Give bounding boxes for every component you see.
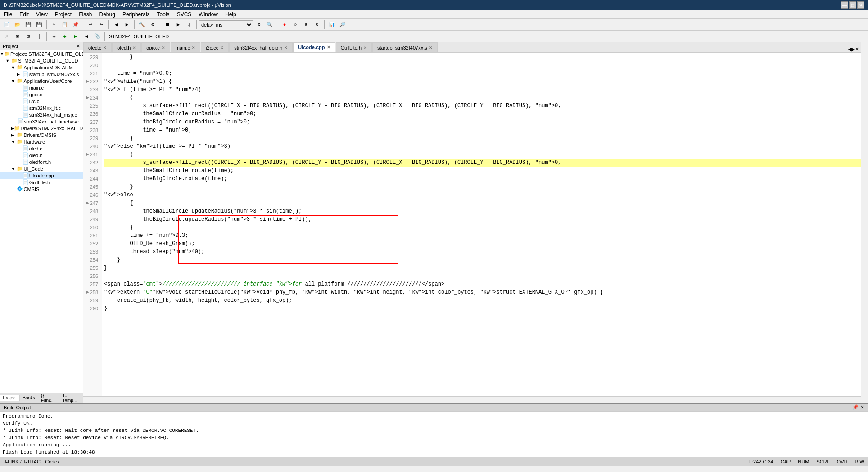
save-all-btn[interactable]: 💾	[34, 20, 44, 30]
back-btn[interactable]: ◀	[111, 20, 121, 30]
target-settings-btn[interactable]: ⚙	[254, 20, 264, 30]
tree-item-6[interactable]: 📄gpio.c	[0, 91, 83, 98]
project-header-close[interactable]: ✕	[76, 43, 80, 49]
open-btn[interactable]: 📂	[13, 20, 23, 30]
t2-btn2[interactable]: ▣	[13, 32, 23, 41]
tree-item-3[interactable]: ▶📄startup_stm32f407xx.s	[0, 71, 83, 77]
tab-close-gpio-c[interactable]: ✕	[162, 45, 165, 50]
code-line-246[interactable]: "kw">else	[104, 191, 861, 199]
tree-item-13[interactable]: ▼📁Hardware	[0, 138, 83, 145]
target-select[interactable]: delay_ms	[199, 20, 253, 29]
code-line-253[interactable]: thread_sleep("num">40);	[104, 248, 861, 256]
tree-item-9[interactable]: 📄stm32f4xx_hal_msp.c	[0, 111, 83, 118]
monitor-btn[interactable]: 📊	[327, 20, 337, 30]
t2-btn3[interactable]: ⊞	[23, 32, 33, 41]
t2-btn4[interactable]: |	[34, 32, 44, 41]
code-line-239[interactable]: }	[104, 134, 861, 142]
tree-item-4[interactable]: ▼📁Application/User/Core	[0, 77, 83, 84]
code-line-251[interactable]: time += "num">0.3;	[104, 231, 861, 240]
tree-item-8[interactable]: 📄stm32f4xx_it.c	[0, 104, 83, 111]
debug-start-btn[interactable]: ●	[280, 20, 289, 30]
func-tab[interactable]: {} Func...	[38, 392, 59, 403]
code-line-241[interactable]: {	[104, 150, 861, 159]
code-line-254[interactable]: }	[104, 256, 861, 264]
cut-btn[interactable]: ✂	[49, 20, 59, 30]
maximize-button[interactable]: □	[849, 1, 856, 9]
tab-close-i2c-cc[interactable]: ✕	[220, 45, 224, 50]
code-line-252[interactable]: OLED_Refresh_Gram();	[104, 240, 861, 248]
paste-btn[interactable]: 📌	[71, 20, 81, 30]
code-line-255[interactable]: }	[104, 264, 861, 272]
books-tab[interactable]: Books	[20, 395, 38, 401]
tab-close-main-c[interactable]: ✕	[192, 45, 195, 50]
code-line-242[interactable]: s_surface->fill_rect((CIRCLE_X - BIG_RAD…	[104, 159, 861, 167]
tab-startup-s[interactable]: startup_stm32f407xx.s ✕	[372, 42, 438, 52]
code-editor[interactable]: 2292302312322332342352362372382392402412…	[83, 53, 861, 396]
code-line-234[interactable]: {	[104, 94, 861, 102]
tab-close-oled-c[interactable]: ✕	[103, 45, 107, 50]
tree-item-0[interactable]: ▼📁Project: STM32F4_GUILITE_OLED	[0, 50, 83, 57]
close-button[interactable]: ✕	[857, 1, 864, 9]
code-line-248[interactable]: theSmallCircle.updateRadius("num">3 * si…	[104, 207, 861, 215]
tree-item-10[interactable]: 📄stm32f4xx_hal_timebase...	[0, 118, 83, 125]
code-line-258[interactable]: "kw">extern "C" "kw">void startHelloCirc…	[104, 288, 861, 296]
minimize-button[interactable]: —	[841, 1, 848, 9]
tree-item-1[interactable]: ▼📁STM32F4_GUILITE_OLED	[0, 57, 83, 64]
menu-flash[interactable]: Flash	[75, 10, 95, 18]
code-line-237[interactable]: theBigCircle.curRadius = "num">0;	[104, 118, 861, 126]
run-btn[interactable]: ▶	[173, 20, 183, 30]
tab-ulcode-cpp[interactable]: Ulcode.cpp ✕	[293, 42, 335, 52]
menu-debug[interactable]: Debug	[96, 10, 119, 18]
debug-more-btn[interactable]: ⊗	[312, 20, 322, 30]
menu-view[interactable]: View	[32, 10, 51, 18]
menu-window[interactable]: Window	[195, 10, 222, 18]
t2-btn5[interactable]: ◈	[49, 32, 59, 41]
tab-close-ulcode-cpp[interactable]: ✕	[327, 45, 330, 50]
t2-btn6[interactable]: ◆	[60, 32, 70, 41]
code-line-244[interactable]: theBigCircle.rotate(time);	[104, 175, 861, 183]
tab-close-startup-s[interactable]: ✕	[429, 45, 433, 50]
build-output-pin[interactable]: 📌	[852, 404, 859, 410]
t2-btn1[interactable]: ⚡	[2, 32, 12, 41]
tab-guillite-h[interactable]: GuilLite.h ✕	[336, 42, 372, 52]
code-line-247[interactable]: {	[104, 199, 861, 207]
t2-btn9[interactable]: 📎	[92, 32, 102, 41]
tree-item-18[interactable]: 📄Ulcode.cpp	[0, 172, 83, 179]
tab-close-hal-gpio-h[interactable]: ✕	[284, 45, 288, 50]
build-output-close[interactable]: ✕	[860, 404, 864, 410]
save-btn[interactable]: 💾	[23, 20, 33, 30]
fwd-btn[interactable]: ▶	[122, 20, 132, 30]
tab-close-oled-h[interactable]: ✕	[132, 45, 136, 50]
code-line-256[interactable]	[104, 272, 861, 280]
tree-item-20[interactable]: 💠CMSIS	[0, 186, 83, 192]
tree-item-11[interactable]: ▶📁Drivers/STM32F4xx_HAL_Driv...	[0, 125, 83, 132]
step-btn[interactable]: ⤵	[184, 20, 194, 30]
code-line-238[interactable]: time = "num">0;	[104, 126, 861, 134]
code-line-230[interactable]	[104, 61, 861, 69]
tab-gpio-c[interactable]: gpio.c ✕	[141, 42, 170, 52]
menu-edit[interactable]: Edit	[16, 10, 32, 18]
horizontal-scrollbar[interactable]	[83, 396, 861, 403]
project-tab[interactable]: Project	[0, 395, 20, 401]
menu-file[interactable]: File	[0, 10, 16, 18]
code-line-232[interactable]: "kw">while("num">1) {	[104, 77, 861, 86]
rebuild-btn[interactable]: ⚙	[148, 20, 158, 30]
code-line-235[interactable]: s_surface->fill_rect((CIRCLE_X - BIG_RAD…	[104, 102, 861, 110]
undo-btn[interactable]: ↩	[86, 20, 95, 30]
tree-item-15[interactable]: 📄oled.h	[0, 152, 83, 159]
debug-step2-btn[interactable]: ⊕	[301, 20, 311, 30]
t2-btn7[interactable]: ▶	[71, 32, 81, 41]
code-line-259[interactable]: create_ui(phy_fb, width, height, color_b…	[104, 296, 861, 304]
menu-svcs[interactable]: SVCS	[173, 10, 195, 18]
code-line-229[interactable]: }	[104, 53, 861, 61]
copy-btn[interactable]: 📋	[60, 20, 70, 30]
tab-oled-c[interactable]: oled.c ✕	[83, 42, 112, 52]
code-line-245[interactable]: }	[104, 183, 861, 191]
tree-item-14[interactable]: 📄oled.c	[0, 145, 83, 152]
stop-btn[interactable]: ⏹	[163, 20, 172, 30]
search-btn[interactable]: 🔍	[265, 20, 275, 30]
code-line-250[interactable]: }	[104, 223, 861, 231]
tab-arrows[interactable]: ◀▶✕	[848, 46, 859, 52]
tab-oled-h[interactable]: oled.h ✕	[112, 42, 141, 52]
menu-project[interactable]: Project	[51, 10, 75, 18]
